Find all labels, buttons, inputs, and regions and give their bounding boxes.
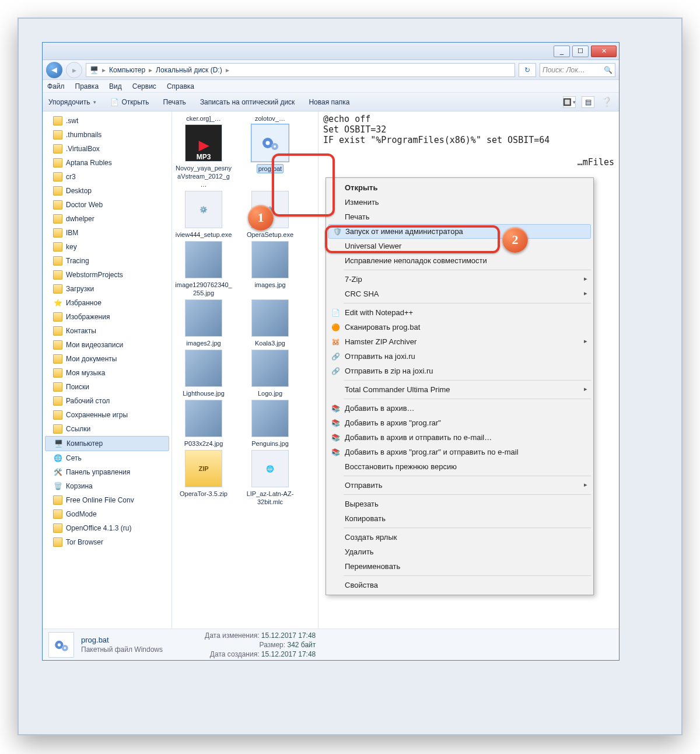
context-item[interactable]: 🟠Сканировать prog.bat: [327, 320, 592, 334]
search-input[interactable]: Поиск: Лок… 🔍: [540, 63, 615, 77]
breadcrumb-computer[interactable]: Компьютер: [109, 66, 145, 74]
tree-item[interactable]: key: [43, 240, 172, 254]
context-item[interactable]: Создать ярлык: [327, 530, 592, 544]
context-item[interactable]: 7-Zip: [327, 272, 592, 287]
context-item[interactable]: Отправить: [327, 478, 592, 493]
context-item[interactable]: Universal Viewer: [327, 239, 592, 253]
context-item[interactable]: Переименовать: [327, 559, 592, 574]
tree-item[interactable]: 🌐Сеть: [43, 451, 172, 465]
menu-view[interactable]: Вид: [109, 82, 122, 90]
context-item[interactable]: CRC SHA: [327, 287, 592, 301]
context-item[interactable]: Вырезать: [327, 497, 592, 511]
tree-item[interactable]: Desktop: [43, 184, 172, 198]
context-item[interactable]: 🔗Отправить на joxi.ru: [327, 349, 592, 364]
file-name: OperaSetup.exe: [247, 231, 293, 238]
tree-item[interactable]: WebstormProjects: [43, 268, 172, 282]
file-item[interactable]: prog.bat: [241, 124, 299, 188]
tree-item[interactable]: 🛠️Панель управления: [43, 465, 172, 479]
context-item[interactable]: 🔗Отправить в zip на joxi.ru: [327, 364, 592, 378]
file-item[interactable]: ⚙️iview444_setup.exe: [174, 191, 233, 239]
tree-item[interactable]: ⭐Избранное: [43, 296, 172, 310]
tree-item[interactable]: Изображения: [43, 310, 172, 324]
context-item[interactable]: 📚Добавить в архив "prog.rar" и отправить…: [327, 445, 592, 459]
nav-tree[interactable]: .swt.thumbnails.VirtualBoxAptana Rublesc…: [43, 111, 172, 629]
tree-item[interactable]: Aptana Rubles: [43, 156, 172, 170]
help-button[interactable]: ❔: [600, 96, 613, 108]
tree-item[interactable]: Сохраненные игры: [43, 408, 172, 422]
file-item[interactable]: image1290762340_255.jpg: [174, 241, 233, 297]
toolbar-burn[interactable]: Записать на оптический диск: [200, 98, 295, 106]
context-item[interactable]: 📄Edit with Notepad++: [327, 305, 592, 320]
tree-item[interactable]: Загрузки: [43, 282, 172, 296]
tree-item[interactable]: .swt: [43, 114, 172, 128]
tree-item[interactable]: 🗑️Корзина: [43, 479, 172, 493]
context-item[interactable]: 📚Добавить в архив…: [327, 401, 592, 416]
context-item[interactable]: Открыть: [327, 180, 592, 195]
menu-service[interactable]: Сервис: [132, 82, 156, 90]
view-mode-button[interactable]: 🔲: [563, 96, 576, 108]
file-item[interactable]: Lighthouse.jpg: [174, 350, 233, 397]
context-item[interactable]: Удалить: [327, 544, 592, 559]
context-item[interactable]: Печать: [327, 210, 592, 224]
tree-item[interactable]: Поиски: [43, 380, 172, 394]
file-item[interactable]: 🌐LIP_az-Latn-AZ-32bit.mlc: [241, 450, 299, 506]
tree-item[interactable]: OpenOffice 4.1.3 (ru): [43, 521, 172, 535]
context-item[interactable]: 🛡️Запуск от имени администратора: [328, 224, 591, 239]
file-item[interactable]: Koala3.jpg: [241, 299, 299, 347]
context-item[interactable]: 📚Добавить в архив "prog.rar": [327, 416, 592, 430]
context-item[interactable]: 🐹Hamster ZIP Archiver: [327, 334, 592, 349]
tree-item[interactable]: Контакты: [43, 324, 172, 338]
file-item[interactable]: images.jpg: [241, 241, 299, 297]
menu-edit[interactable]: Правка: [75, 82, 99, 90]
file-item[interactable]: Penguins.jpg: [241, 400, 299, 448]
minimize-button[interactable]: _: [554, 46, 570, 57]
tree-item[interactable]: Моя музыка: [43, 366, 172, 380]
tree-item-label: Корзина: [66, 480, 93, 492]
context-item[interactable]: Изменить: [327, 195, 592, 210]
tree-item[interactable]: dwhelper: [43, 212, 172, 226]
tree-item[interactable]: Tor Browser: [43, 535, 172, 549]
tree-item[interactable]: GodMode: [43, 507, 172, 521]
back-button[interactable]: ◄: [46, 62, 62, 78]
preview-pane-button[interactable]: ▤: [582, 96, 594, 108]
folder-icon: [53, 116, 62, 125]
context-item[interactable]: Копировать: [327, 511, 592, 526]
toolbar-print[interactable]: Печать: [163, 98, 186, 106]
menu-file[interactable]: Файл: [47, 82, 65, 90]
file-thumb: [251, 241, 289, 278]
context-item[interactable]: Свойства: [327, 578, 592, 592]
tree-item[interactable]: Doctor Web: [43, 198, 172, 212]
tree-item[interactable]: Мои видеозаписи: [43, 338, 172, 352]
file-item[interactable]: ZIPOperaTor-3.5.zip: [174, 450, 233, 506]
file-item[interactable]: images2.jpg: [174, 299, 233, 347]
toolbar-organize[interactable]: Упорядочить: [48, 98, 96, 106]
tree-item[interactable]: 🖥️Компьютер: [45, 436, 169, 451]
tree-item[interactable]: Мои документы: [43, 352, 172, 366]
file-item[interactable]: ▶MP3Novoy_yaya_pesnyaVstream_2012_g…: [174, 124, 233, 188]
tree-item[interactable]: cr3: [43, 170, 172, 184]
file-item[interactable]: P033x2z4.jpg: [174, 400, 233, 448]
menu-help[interactable]: Справка: [167, 82, 194, 90]
file-list[interactable]: cker.org]_… zolotov_… ▶MP3Novoy_yaya_pes…: [172, 111, 318, 629]
breadcrumb[interactable]: 🖥️ ▸ Компьютер ▸ Локальный диск (D:) ▸: [86, 63, 515, 77]
tree-item[interactable]: .VirtualBox: [43, 142, 172, 156]
toolbar-new-folder[interactable]: Новая папка: [309, 98, 349, 106]
folder-icon: [53, 158, 62, 167]
context-item[interactable]: Total Commander Ultima Prime: [327, 382, 592, 397]
toolbar-open[interactable]: 📄 Открыть: [110, 98, 149, 106]
refresh-button[interactable]: ↻: [519, 63, 536, 77]
close-button[interactable]: ✕: [591, 46, 617, 57]
tree-item[interactable]: Tracing: [43, 254, 172, 268]
maximize-button[interactable]: ☐: [572, 46, 589, 57]
tree-item[interactable]: Рабочий стол: [43, 394, 172, 408]
context-item[interactable]: 📚Добавить в архив и отправить по e-mail…: [327, 430, 592, 445]
tree-item[interactable]: .thumbnails: [43, 128, 172, 142]
file-item[interactable]: Logo.jpg: [241, 350, 299, 397]
context-item[interactable]: Исправление неполадок совместимости: [327, 253, 592, 268]
tree-item[interactable]: Free Online File Conv: [43, 493, 172, 507]
breadcrumb-drive[interactable]: Локальный диск (D:): [156, 66, 222, 74]
context-item[interactable]: Восстановить прежнюю версию: [327, 459, 592, 474]
context-menu[interactable]: ОткрытьИзменитьПечать🛡️Запуск от имени а…: [326, 177, 594, 595]
tree-item[interactable]: IBM: [43, 226, 172, 240]
tree-item[interactable]: Ссылки: [43, 422, 172, 436]
